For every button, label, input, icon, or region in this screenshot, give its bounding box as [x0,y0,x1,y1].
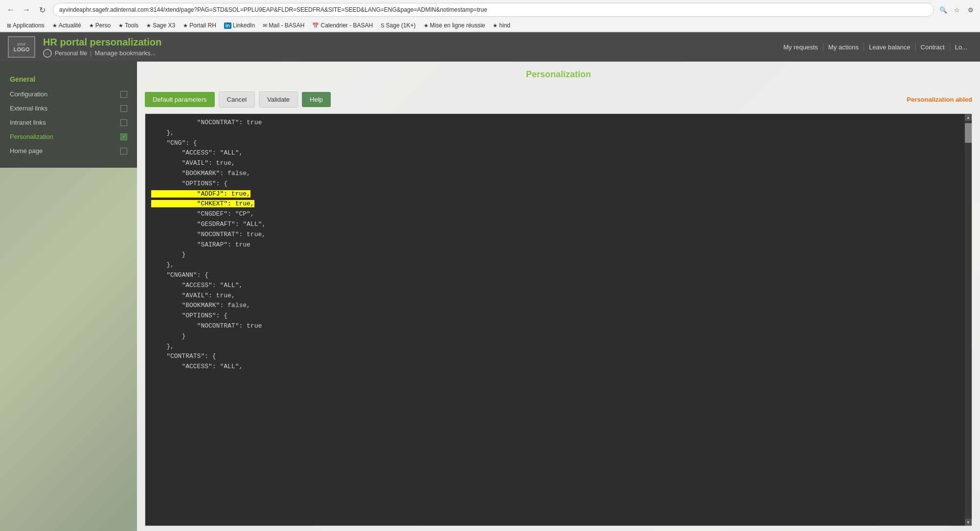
bookmark-sagex3-label: Sage X3 [153,22,175,29]
bookmark-perso[interactable]: ★ Perso [86,21,114,30]
bookmark-mise-en-ligne-label: Mise en ligne réussie [430,22,485,29]
sidebar-home-page-label: Home page [10,147,43,155]
scrollbar[interactable]: ▲ ▼ [965,114,972,526]
sidebar-item-external-links[interactable]: External links [0,101,137,115]
nav-contract[interactable]: Contract [916,44,950,51]
sidebar-configuration-checkbox[interactable] [120,91,127,98]
header-title-area: HR portal personalization ⌂ Personal fil… [43,37,778,58]
code-line: "NOCONTRAT": true, [151,230,966,240]
code-line: "CNG": { [151,138,966,149]
code-line-highlight-addfj: "ADDFJ": true, [151,189,966,199]
highlight-addfj: "ADDFJ": true, [151,190,251,198]
bookmark-apps-label: Applications [13,22,45,29]
nav-my-actions[interactable]: My actions [823,44,864,51]
logo-box: your LOGO [8,36,35,58]
extensions-icon[interactable]: ⚙ [965,4,976,15]
code-line: "OPTIONS": { [151,311,966,321]
scrollbar-thumb[interactable] [965,123,972,143]
star-icon-2: ★ [89,22,94,29]
sidebar-intranet-links-label: Intranet links [10,119,46,126]
browser-chrome: ← → ↻ 🔍 ☆ ⚙ ⊞ Applications ★ Actualité ★… [0,0,980,32]
home-icon: ⌂ [43,49,52,58]
logo-your: your [17,42,26,46]
star-icon-6: ★ [424,22,429,29]
sidebar-item-intranet-links[interactable]: Intranet links [0,115,137,130]
code-content[interactable]: "NOCONTRAT": true }, "CNG": { "ACCESS": … [145,114,972,526]
bookmark-star-icon[interactable]: ☆ [952,4,962,15]
page-title: Personalization [137,62,980,88]
nav-leave-balance[interactable]: Leave balance [864,44,916,51]
bookmark-mise-en-ligne[interactable]: ★ Mise en ligne réussie [421,21,488,30]
personal-file-link[interactable]: Personal file [55,50,87,57]
code-line: "GESDRAFT": "ALL", [151,220,966,230]
bookmark-portailrh[interactable]: ★ Portail RH [180,21,219,30]
highlight-chkext: "CHKEXT": true, [151,200,254,207]
search-icon[interactable]: 🔍 [938,4,949,15]
sidebar-item-personalization[interactable]: Personalization ✓ [0,130,137,144]
sidebar-intranet-links-checkbox[interactable] [120,119,127,126]
star-icon-1: ★ [52,22,57,29]
sidebar-item-configuration[interactable]: Configuration [0,87,137,101]
bookmark-actualite[interactable]: ★ Actualité [49,21,84,30]
code-line: "AVAIL": true, [151,158,966,169]
scrollbar-down-arrow[interactable]: ▼ [965,519,972,526]
sidebar-item-home-page[interactable]: Home page [0,144,137,158]
nav-buttons: ← → ↻ [4,3,49,17]
bookmark-actualite-label: Actualité [59,22,81,29]
sidebar-external-links-label: External links [10,105,47,112]
code-line-highlight-chkext: "CHKEXT": true, [151,199,966,209]
refresh-button[interactable]: ↻ [35,3,49,17]
sidebar-configuration-label: Configuration [10,90,47,98]
bookmark-tools[interactable]: ★ Tools [115,21,141,30]
sidebar-home-page-checkbox[interactable] [120,148,127,155]
code-line: "CNGANN": { [151,270,966,281]
help-button[interactable]: Help [302,92,331,107]
back-button[interactable]: ← [4,3,18,17]
nav-more[interactable]: Lo... [950,44,972,51]
subtitle-separator: | [90,49,91,57]
sidebar-section-general: General [0,71,137,87]
app-header: your LOGO HR portal personalization ⌂ Pe… [0,32,980,62]
code-line: "NOCONTRAT": true [151,118,966,128]
code-line: "SAIRAP": true [151,240,966,250]
bookmark-hind-label: hind [499,22,510,29]
code-line: "ACCESS": "ALL", [151,281,966,291]
bookmark-calendar-label: Calendrier - BASAH [320,22,373,29]
sidebar-personalization-checkbox[interactable]: ✓ [120,133,127,140]
background-area: General Configuration External links Int… [0,62,980,531]
star-icon-5: ★ [183,22,188,29]
star-icon-3: ★ [118,22,123,29]
validate-button[interactable]: Validate [259,91,298,108]
bookmark-perso-label: Perso [95,22,111,29]
bookmark-calendar[interactable]: 📅 Calendrier - BASAH [309,21,376,30]
forward-button[interactable]: → [20,3,33,17]
personalization-status: Personalization abled [907,96,972,103]
code-line: "ACCESS": "ALL", [151,362,966,372]
bookmark-hind[interactable]: ★ hind [490,21,513,30]
bookmark-mail[interactable]: ✉ Mail - BASAH [260,21,307,30]
default-params-button[interactable]: Default parameters [145,92,215,107]
scrollbar-track [965,121,972,519]
bookmark-sage1k[interactable]: S Sage (1K+) [378,21,418,30]
bookmark-tools-label: Tools [125,22,138,29]
logo-text: LOGO [14,46,29,52]
code-line: "BOOKMARK": false, [151,169,966,179]
bookmark-apps[interactable]: ⊞ Applications [4,21,47,30]
star-icon-4: ★ [146,22,151,29]
code-line: "ACCESS": "ALL", [151,148,966,158]
code-editor[interactable]: "NOCONTRAT": true }, "CNG": { "ACCESS": … [145,113,972,526]
star-icon-7: ★ [493,22,498,29]
header-title: HR portal personalization [43,37,778,48]
sidebar-external-links-checkbox[interactable] [120,105,127,112]
bookmarks-bar: ⊞ Applications ★ Actualité ★ Perso ★ Too… [0,20,980,32]
bookmark-sagex3[interactable]: ★ Sage X3 [143,21,178,30]
bookmark-linkedin[interactable]: in LinkedIn [221,21,258,30]
address-bar[interactable] [53,3,934,17]
header-subtitle: ⌂ Personal file | Manage bookmarks... [43,49,778,58]
nav-my-requests[interactable]: My requests [778,44,823,51]
cancel-button[interactable]: Cancel [219,91,255,108]
browser-icons: 🔍 ☆ ⚙ [938,4,976,15]
manage-bookmarks-link[interactable]: Manage bookmarks... [94,49,156,57]
code-line: }, [151,128,966,138]
scrollbar-up-arrow[interactable]: ▲ [965,114,972,121]
